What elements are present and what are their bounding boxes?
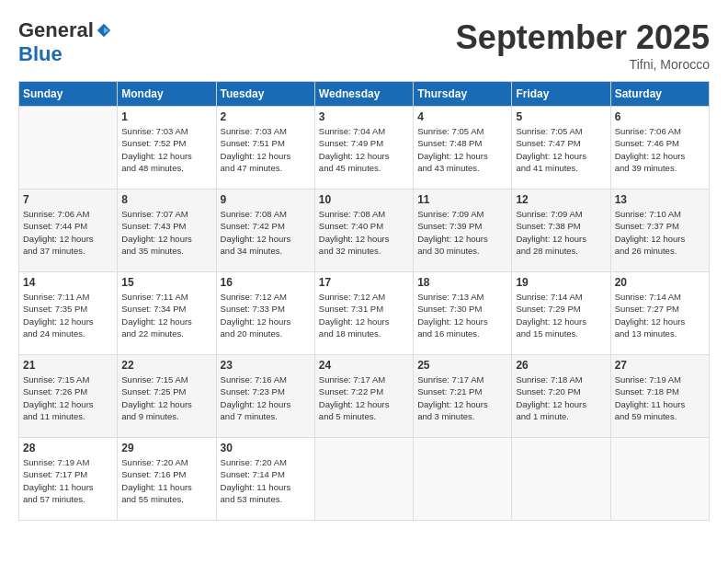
day-info: Sunrise: 7:17 AM Sunset: 7:21 PM Dayligh… <box>417 373 507 422</box>
calendar-cell: 2Sunrise: 7:03 AM Sunset: 7:51 PM Daylig… <box>216 107 314 190</box>
calendar-cell: 26Sunrise: 7:18 AM Sunset: 7:20 PM Dayli… <box>512 355 610 438</box>
day-info: Sunrise: 7:20 AM Sunset: 7:16 PM Dayligh… <box>121 456 211 505</box>
day-info: Sunrise: 7:14 AM Sunset: 7:27 PM Dayligh… <box>615 291 705 339</box>
day-info: Sunrise: 7:11 AM Sunset: 7:35 PM Dayligh… <box>23 291 113 339</box>
calendar-cell: 7Sunrise: 7:06 AM Sunset: 7:44 PM Daylig… <box>19 190 118 272</box>
calendar-cell: 20Sunrise: 7:14 AM Sunset: 7:27 PM Dayli… <box>610 272 709 355</box>
calendar-cell: 19Sunrise: 7:14 AM Sunset: 7:29 PM Dayli… <box>512 272 610 355</box>
calendar-cell: 28Sunrise: 7:19 AM Sunset: 7:17 PM Dayli… <box>19 438 118 521</box>
day-info: Sunrise: 7:09 AM Sunset: 7:38 PM Dayligh… <box>516 208 606 257</box>
day-info: Sunrise: 7:05 AM Sunset: 7:48 PM Dayligh… <box>417 125 507 174</box>
day-number: 15 <box>121 276 211 289</box>
calendar-header-wednesday: Wednesday <box>314 82 413 107</box>
calendar-cell <box>512 438 610 521</box>
day-number: 2 <box>221 110 311 123</box>
calendar-cell: 5Sunrise: 7:05 AM Sunset: 7:47 PM Daylig… <box>512 107 610 190</box>
day-info: Sunrise: 7:05 AM Sunset: 7:47 PM Dayligh… <box>516 125 606 174</box>
day-info: Sunrise: 7:18 AM Sunset: 7:20 PM Dayligh… <box>516 373 606 422</box>
day-number: 21 <box>23 359 113 372</box>
day-number: 4 <box>417 110 507 123</box>
day-info: Sunrise: 7:20 AM Sunset: 7:14 PM Dayligh… <box>221 456 311 505</box>
calendar-cell: 3Sunrise: 7:04 AM Sunset: 7:49 PM Daylig… <box>314 107 413 190</box>
day-info: Sunrise: 7:12 AM Sunset: 7:33 PM Dayligh… <box>221 291 311 339</box>
day-number: 22 <box>121 359 211 372</box>
day-info: Sunrise: 7:07 AM Sunset: 7:43 PM Dayligh… <box>121 208 211 257</box>
day-info: Sunrise: 7:03 AM Sunset: 7:51 PM Dayligh… <box>221 125 311 174</box>
day-info: Sunrise: 7:15 AM Sunset: 7:26 PM Dayligh… <box>23 373 113 422</box>
day-number: 20 <box>615 276 705 289</box>
calendar-cell: 17Sunrise: 7:12 AM Sunset: 7:31 PM Dayli… <box>314 272 413 355</box>
page-header: General Blue September 2025 Tifni, Moroc… <box>18 18 710 72</box>
calendar-cell: 12Sunrise: 7:09 AM Sunset: 7:38 PM Dayli… <box>512 190 610 272</box>
calendar-header-sunday: Sunday <box>19 82 118 107</box>
day-number: 10 <box>319 193 409 206</box>
logo-general-text: General <box>18 18 94 42</box>
day-info: Sunrise: 7:12 AM Sunset: 7:31 PM Dayligh… <box>319 291 409 339</box>
calendar-header-tuesday: Tuesday <box>216 82 314 107</box>
day-info: Sunrise: 7:06 AM Sunset: 7:44 PM Dayligh… <box>23 208 113 257</box>
day-number: 9 <box>221 193 311 206</box>
day-number: 27 <box>615 359 705 372</box>
day-info: Sunrise: 7:14 AM Sunset: 7:29 PM Dayligh… <box>516 291 606 339</box>
day-number: 26 <box>516 359 606 372</box>
logo: General Blue <box>18 18 112 66</box>
month-title: September 2025 <box>456 18 710 57</box>
calendar-cell: 14Sunrise: 7:11 AM Sunset: 7:35 PM Dayli… <box>19 272 118 355</box>
day-number: 18 <box>417 276 507 289</box>
calendar-cell: 8Sunrise: 7:07 AM Sunset: 7:43 PM Daylig… <box>118 190 216 272</box>
calendar-week-row: 14Sunrise: 7:11 AM Sunset: 7:35 PM Dayli… <box>19 272 710 355</box>
day-number: 14 <box>23 276 113 289</box>
calendar-cell: 9Sunrise: 7:08 AM Sunset: 7:42 PM Daylig… <box>216 190 314 272</box>
day-number: 19 <box>516 276 606 289</box>
day-number: 24 <box>319 359 409 372</box>
day-info: Sunrise: 7:13 AM Sunset: 7:30 PM Dayligh… <box>417 291 507 339</box>
day-number: 17 <box>319 276 409 289</box>
day-number: 29 <box>121 442 211 454</box>
calendar-header-saturday: Saturday <box>610 82 709 107</box>
day-info: Sunrise: 7:08 AM Sunset: 7:40 PM Dayligh… <box>319 208 409 257</box>
title-block: September 2025 Tifni, Morocco <box>456 18 710 72</box>
day-number: 11 <box>417 193 507 206</box>
calendar-cell: 13Sunrise: 7:10 AM Sunset: 7:37 PM Dayli… <box>610 190 709 272</box>
day-info: Sunrise: 7:10 AM Sunset: 7:37 PM Dayligh… <box>615 208 705 257</box>
day-number: 8 <box>121 193 211 206</box>
day-info: Sunrise: 7:04 AM Sunset: 7:49 PM Dayligh… <box>319 125 409 174</box>
calendar-header-thursday: Thursday <box>414 82 512 107</box>
calendar-table: SundayMondayTuesdayWednesdayThursdayFrid… <box>18 81 710 521</box>
calendar-cell: 23Sunrise: 7:16 AM Sunset: 7:23 PM Dayli… <box>216 355 314 438</box>
day-info: Sunrise: 7:16 AM Sunset: 7:23 PM Dayligh… <box>221 373 311 422</box>
calendar-cell: 10Sunrise: 7:08 AM Sunset: 7:40 PM Dayli… <box>314 190 413 272</box>
day-number: 1 <box>121 110 211 123</box>
calendar-cell: 25Sunrise: 7:17 AM Sunset: 7:21 PM Dayli… <box>414 355 512 438</box>
calendar-cell: 16Sunrise: 7:12 AM Sunset: 7:33 PM Dayli… <box>216 272 314 355</box>
day-number: 28 <box>23 442 113 454</box>
calendar-cell: 11Sunrise: 7:09 AM Sunset: 7:39 PM Dayli… <box>414 190 512 272</box>
calendar-cell: 15Sunrise: 7:11 AM Sunset: 7:34 PM Dayli… <box>118 272 216 355</box>
calendar-header-friday: Friday <box>512 82 610 107</box>
calendar-cell: 21Sunrise: 7:15 AM Sunset: 7:26 PM Dayli… <box>19 355 118 438</box>
logo-blue-text: Blue <box>18 42 63 65</box>
day-info: Sunrise: 7:15 AM Sunset: 7:25 PM Dayligh… <box>121 373 211 422</box>
location: Tifni, Morocco <box>456 57 710 72</box>
day-info: Sunrise: 7:06 AM Sunset: 7:46 PM Dayligh… <box>615 125 705 174</box>
day-number: 13 <box>615 193 705 206</box>
calendar-week-row: 28Sunrise: 7:19 AM Sunset: 7:17 PM Dayli… <box>19 438 710 521</box>
day-info: Sunrise: 7:19 AM Sunset: 7:18 PM Dayligh… <box>615 373 705 422</box>
day-info: Sunrise: 7:08 AM Sunset: 7:42 PM Dayligh… <box>221 208 311 257</box>
calendar-cell <box>19 107 118 190</box>
day-number: 30 <box>221 442 311 454</box>
calendar-cell: 27Sunrise: 7:19 AM Sunset: 7:18 PM Dayli… <box>610 355 709 438</box>
calendar-header-monday: Monday <box>118 82 216 107</box>
calendar-week-row: 7Sunrise: 7:06 AM Sunset: 7:44 PM Daylig… <box>19 190 710 272</box>
calendar-cell <box>314 438 413 521</box>
calendar-cell: 30Sunrise: 7:20 AM Sunset: 7:14 PM Dayli… <box>216 438 314 521</box>
day-number: 7 <box>23 193 113 206</box>
calendar-cell: 22Sunrise: 7:15 AM Sunset: 7:25 PM Dayli… <box>118 355 216 438</box>
day-number: 23 <box>221 359 311 372</box>
day-number: 3 <box>319 110 409 123</box>
day-number: 16 <box>221 276 311 289</box>
calendar-header-row: SundayMondayTuesdayWednesdayThursdayFrid… <box>19 82 710 107</box>
day-info: Sunrise: 7:17 AM Sunset: 7:22 PM Dayligh… <box>319 373 409 422</box>
day-number: 25 <box>417 359 507 372</box>
day-number: 6 <box>615 110 705 123</box>
